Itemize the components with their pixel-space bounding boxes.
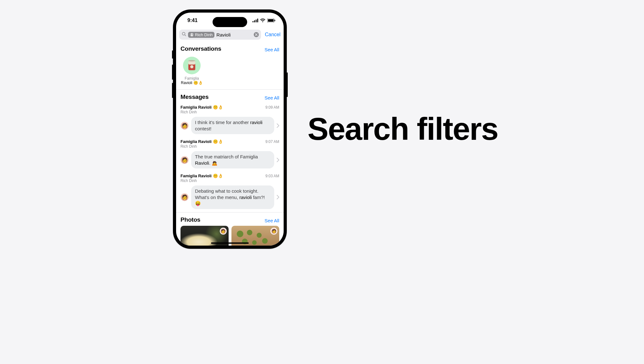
home-indicator[interactable]	[211, 242, 249, 244]
dynamic-island	[213, 17, 247, 27]
sender-avatar	[180, 193, 189, 201]
conversations-list: Famiglia Ravioli 🤫👌	[176, 55, 284, 89]
svg-rect-6	[275, 20, 275, 21]
status-right	[253, 19, 275, 22]
conversation-item[interactable]: Famiglia Ravioli 🤫👌	[180, 57, 203, 85]
message-result[interactable]: Famiglia Ravioli 🤫👌 Rich Dinh 9:09 AM I …	[176, 103, 284, 137]
search-row: Rich Dinh Ravioli Cancel	[176, 28, 284, 42]
svg-point-15	[190, 65, 193, 68]
wifi-icon	[260, 19, 265, 22]
conversation-subtitle: Ravioli 🤫👌	[180, 81, 203, 85]
phone-screen: 9:41	[176, 13, 284, 246]
chevron-right-icon	[277, 195, 279, 199]
message-thread: Famiglia Ravioli 🤫👌	[180, 173, 223, 178]
message-thread: Famiglia Ravioli 🤫👌	[180, 139, 223, 144]
message-time: 9:03 AM	[265, 174, 279, 178]
svg-point-14	[188, 60, 195, 61]
battery-icon	[267, 19, 275, 22]
cellular-icon	[253, 19, 258, 22]
content: Rich Dinh Ravioli Cancel Conversations S…	[176, 28, 284, 246]
messages-header: Messages See All	[176, 90, 284, 103]
photos-see-all[interactable]: See All	[264, 218, 279, 223]
photo-sender-badge	[270, 228, 277, 235]
conversation-avatar	[183, 57, 201, 74]
stage: Search filters 9:41	[0, 0, 644, 364]
sender-avatar	[180, 156, 189, 164]
person-icon	[190, 33, 194, 37]
message-sender: Rich Dinh	[180, 110, 223, 114]
feature-title: Search filters	[308, 111, 498, 147]
volume-down-button	[172, 83, 173, 98]
chevron-right-icon	[277, 158, 279, 162]
cancel-button[interactable]: Cancel	[265, 32, 280, 37]
message-sender: Rich Dinh	[180, 179, 223, 183]
chevron-right-icon	[277, 123, 279, 128]
message-bubble: I think it's time for another ravioli co…	[191, 117, 274, 134]
conversations-title: Conversations	[180, 45, 221, 52]
svg-rect-1	[254, 20, 255, 23]
can-icon	[187, 60, 196, 71]
svg-rect-5	[268, 19, 274, 22]
search-icon	[182, 32, 186, 37]
search-filter-chip[interactable]: Rich Dinh	[188, 32, 214, 38]
search-field[interactable]: Rich Dinh Ravioli	[179, 30, 261, 40]
photos-title: Photos	[180, 216, 200, 223]
message-time: 9:07 AM	[265, 139, 279, 144]
status-time: 9:41	[187, 18, 197, 23]
conversation-name: Famiglia	[180, 76, 203, 81]
svg-line-8	[185, 35, 186, 36]
message-bubble: Debating what to cook tonight. What's on…	[191, 185, 274, 209]
photos-header: Photos See All	[176, 213, 284, 226]
svg-point-10	[191, 33, 192, 35]
svg-rect-2	[256, 20, 257, 22]
message-thread: Famiglia Ravioli 🤫👌	[180, 105, 223, 110]
silent-switch	[172, 50, 173, 59]
volume-up-button	[172, 65, 173, 80]
messages-see-all[interactable]: See All	[264, 95, 279, 100]
svg-rect-0	[253, 21, 253, 22]
message-time: 9:09 AM	[265, 105, 279, 110]
sender-avatar	[180, 122, 189, 130]
message-sender: Rich Dinh	[180, 144, 223, 149]
chip-label: Rich Dinh	[195, 32, 213, 37]
power-button	[287, 72, 288, 97]
clear-search-button[interactable]	[253, 32, 259, 37]
message-bubble: The true matriarch of Famiglia Ravioli. …	[191, 151, 274, 168]
conversations-header: Conversations See All	[176, 42, 284, 55]
message-result[interactable]: Famiglia Ravioli 🤫👌 Rich Dinh 9:03 AM De…	[176, 172, 284, 212]
message-result[interactable]: Famiglia Ravioli 🤫👌 Rich Dinh 9:07 AM Th…	[176, 137, 284, 172]
messages-title: Messages	[180, 94, 208, 100]
conversations-see-all[interactable]: See All	[264, 47, 279, 52]
search-query: Ravioli	[216, 32, 252, 37]
svg-rect-3	[257, 19, 258, 22]
photo-sender-badge	[220, 228, 227, 235]
phone-frame: 9:41	[173, 9, 287, 249]
